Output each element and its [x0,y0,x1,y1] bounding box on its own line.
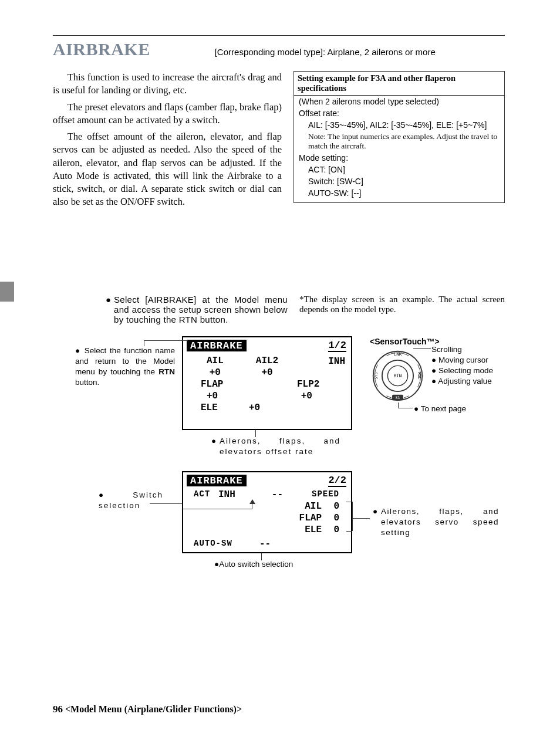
lcd1-ele-label: ELE [189,402,249,413]
lcd2-flap-value: 0 [322,513,345,523]
leader-line [346,502,352,502]
leader-line [182,509,252,509]
lcd-screen-2: AIRBRAKE 2/2 ACT INH -- SPEED AIL 0 FLAP… [182,471,352,553]
leader-line [255,430,256,437]
lcd1-status: INH [328,356,345,367]
callout-next-page: ● To next page [414,404,466,414]
dial-rtn-label: RTN [394,373,402,378]
callout-auto-switch: ●Auto switch selection [214,559,343,570]
disclaimer-text: *The display screen is an example. The a… [299,295,505,324]
bullet-dot: ● [106,295,114,324]
leader-line [144,340,144,346]
page-title: AIRBRAKE [53,39,150,59]
lcd2-speed-label: SPEED [283,489,345,500]
lcd1-flap-label: FLAP [189,379,249,390]
callout-switch-selection: ● Switch selection [99,490,163,511]
model-type-subtitle: [Corresponding model type]: Airplane, 2 … [215,47,436,57]
leader-line [252,504,252,509]
diagram-area: AIRBRAKE 1/2 INH AIL AIL2 +0 +0 FLAP FLP… [53,336,505,618]
lcd2-act-dash: -- [254,489,283,500]
leader-line [352,518,370,519]
paragraph-3: The offset amount of the aileron, elevat… [53,130,282,209]
dial-lnk-label: LNK [394,351,402,357]
instruction-row: ● Select [AIRBRAKE] at the Model menu an… [53,295,505,324]
leader-line [144,340,188,341]
lcd1-ele-value: +0 [249,402,297,413]
sensor-dial-icon: LNK S1 S1 RTN SYS MDL [370,348,426,404]
leader-line [261,553,262,560]
lcd2-autosw-value: -- [259,539,283,549]
lcd1-page-indicator: 1/2 [328,340,346,352]
callout-l1-suffix: button. [75,378,99,387]
lcd2-ele-label: ELE [281,525,322,535]
example-auto: AUTO-SW: [--] [294,187,504,199]
lcd-screen-1: AIRBRAKE 1/2 INH AIL AIL2 +0 +0 FLAP FLP… [182,336,352,430]
lcd2-ail-value: 0 [322,501,345,512]
dial-mdl-label: MDL [417,372,421,379]
paragraph-1: This function is used to increase the ai… [53,71,282,97]
callout-return-instruction: ● Select the function name and return to… [75,346,175,388]
lcd1-ail2-label: AIL2 [241,356,294,366]
footer-section-title: <Model Menu (Airplane/Glider Functions)> [65,704,242,714]
callout-offset-rate: ● Ailerons, flaps, and elevators offset … [211,436,340,457]
lcd2-act-label: ACT [189,489,218,500]
lcd1-flp2-label: FLP2 [297,379,345,390]
callout-scrolling: Scrolling ● Moving cursor ● Selecting mo… [431,344,493,387]
lcd2-autosw-label: AUTO-SW [189,539,259,549]
lcd2-flap-label: FLAP [281,513,322,523]
paragraph-2: The preset elevators and flaps (camber f… [53,101,282,127]
lcd2-act-value: INH [218,489,254,500]
lcd1-flap-value: +0 [189,391,251,401]
leader-line [150,503,182,504]
page-content: AIRBRAKE [Corresponding model type]: Air… [53,35,505,618]
lcd2-page-indicator: 2/2 [328,475,346,487]
dial-sys-label: SYS [374,372,379,379]
leader-line [346,531,352,532]
page-number: 96 [53,703,63,715]
title-row: AIRBRAKE [Corresponding model type]: Air… [53,35,505,59]
example-when: (When 2 ailerons model type selected) [294,96,504,107]
leader-line [352,502,353,531]
example-note: Note: The input numerics are examples. A… [294,131,504,152]
lcd1-ail-value: +0 [189,367,241,378]
lcd1-title: AIRBRAKE [187,340,247,351]
page-footer: 96 <Model Menu (Airplane/Glider Function… [53,703,242,715]
lcd2-title: AIRBRAKE [187,475,247,486]
lcd1-ail2-value: +0 [241,367,294,378]
sensortouch-title: <SensorTouch™> [370,337,440,346]
setting-example-box: Setting example for F3A and other flaper… [294,71,505,203]
example-mode-label: Mode setting: [294,152,504,164]
example-act: ACT: [ON] [294,164,504,175]
example-offset-label: Offset rate: [294,107,504,119]
callout-servo-speed: ● Ailerons, flaps, and elevators servo s… [373,506,499,539]
two-column-layout: This function is used to increase the ai… [53,71,505,212]
example-header: Setting example for F3A and other flaper… [294,72,504,96]
leader-line [413,348,431,349]
description-column: This function is used to increase the ai… [53,71,282,212]
lcd1-flp2-value: +0 [295,391,345,401]
lcd2-ele-value: 0 [322,525,345,535]
example-offset-values: AIL: [-35~-45%], AIL2: [-35~-45%], ELE: … [294,119,504,131]
callout-l1-rtn: RTN [158,367,175,376]
arrow-up-icon [249,499,255,504]
page-side-tab [0,282,14,302]
instruction-text: Select [AIRBRAKE] at the Model menu and … [114,295,288,324]
example-switch: Switch: [SW-C] [294,175,504,187]
instruction-left: ● Select [AIRBRAKE] at the Model menu an… [53,295,288,324]
lcd2-ail-label: AIL [281,501,322,512]
lcd1-ail-label: AIL [189,356,241,366]
example-column: Setting example for F3A and other flaper… [294,71,505,212]
leader-line [398,408,413,408]
svg-text:S1: S1 [396,395,400,400]
